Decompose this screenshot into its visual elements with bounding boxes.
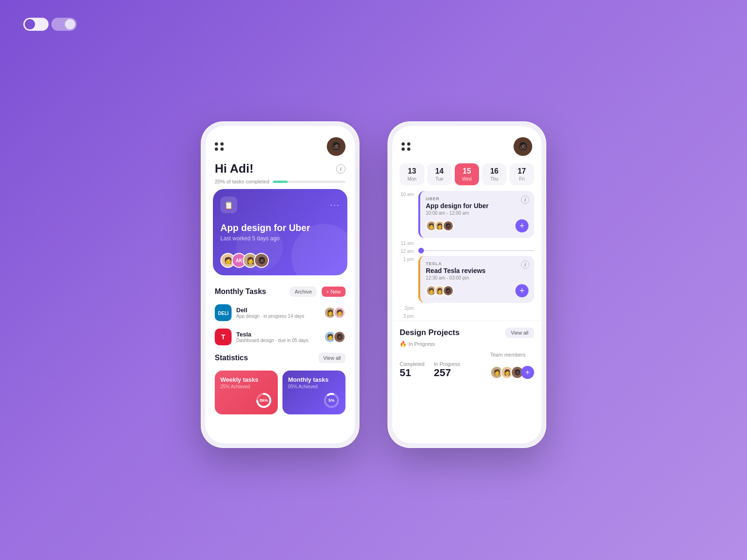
card-avatars: 🧑 AK 👩 🧔🏿 (220, 253, 340, 268)
toggle-switch[interactable] (23, 18, 77, 31)
time-row-12am: 12 am (400, 248, 534, 254)
monthly-stat-content: 5% (288, 392, 340, 409)
greeting-text: Hi Adi! (215, 161, 254, 176)
task-left-dell: DELL Dell App design · in progress 14 da… (215, 304, 304, 321)
dp-inprogress-value: 257 (434, 367, 460, 379)
avatar[interactable]: 🧔🏿 (327, 137, 345, 156)
tesla-add-button[interactable]: + (515, 284, 529, 297)
progress-label: 20% of tasks completed (215, 179, 269, 184)
dp-stats: Completed 51 In Progress 257 (400, 361, 460, 379)
calendar-day-thu[interactable]: 16 Thu (482, 163, 507, 185)
uber-info-icon[interactable]: i (521, 196, 529, 204)
task-avatar-4: 🧔🏿 (333, 331, 345, 343)
phone-left: 🧔🏿 Hi Adi! i 20% of tasks completed 📋 ··… (201, 121, 359, 448)
monthly-tasks-actions: Archive + New (290, 287, 345, 297)
task-item-dell[interactable]: DELL Dell App design · in progress 14 da… (205, 301, 355, 325)
progress-bar-fill (273, 181, 288, 183)
time-label-2pm: 2pm (400, 305, 414, 311)
featured-project-card[interactable]: 📋 ··· App design for Uber Last worked 5 … (213, 189, 347, 275)
greeting-row: Hi Adi! i (205, 160, 355, 177)
card-more-icon[interactable]: ··· (330, 200, 340, 210)
design-projects-title: Design Projects (400, 328, 460, 337)
time-label-12am: 12 am (400, 248, 414, 254)
right-menu-icon[interactable] (402, 142, 411, 151)
design-projects-header: Design Projects View all (400, 328, 534, 338)
dp-inprogress-stat: In Progress 257 (434, 361, 460, 379)
uber-add-button[interactable]: + (515, 219, 529, 232)
timeline-dot (418, 248, 424, 253)
dp-members-label: Team members (490, 352, 526, 357)
design-projects-view-all-button[interactable]: View all (505, 328, 534, 338)
card-top-row: 📋 ··· (220, 196, 340, 213)
card-project-icon: 📋 (220, 196, 237, 213)
cal-label-thu: Thu (490, 176, 498, 182)
dp-completed-stat: Completed 51 (400, 361, 424, 379)
archive-button[interactable]: Archive (290, 287, 317, 297)
task-left-tesla: T Tesla Dashboard design · due in 05 day… (215, 329, 309, 345)
cal-label-wed: Wed (462, 176, 472, 182)
timeline: 10 am i UBER App design for Uber 10:00 a… (392, 191, 542, 319)
progress-bar-bg (273, 181, 345, 183)
tesla-event-bottom: 🧑 👩 🧔🏿 + (426, 284, 529, 297)
task-desc-tesla: Dashboard design · due in 05 days (236, 338, 309, 343)
right-avatar[interactable]: 🧔🏿 (514, 137, 532, 156)
task-avatars-dell: 👩 🧑 (324, 307, 345, 319)
svg-text:DELL: DELL (218, 311, 228, 316)
left-header: 🧔🏿 (205, 126, 355, 160)
dp-inprogress-label: In Progress (434, 361, 460, 367)
cal-num-wed: 15 (463, 167, 471, 175)
phone-left-inner: 🧔🏿 Hi Adi! i 20% of tasks completed 📋 ··… (205, 126, 355, 443)
dp-stats-row: Completed 51 In Progress 257 Team member… (400, 352, 534, 379)
cal-num-thu: 16 (490, 167, 499, 175)
task-name-dell: Dell (236, 307, 304, 314)
weekly-tasks-title: Weekly tasks (220, 376, 272, 383)
dp-add-member-button[interactable]: + (521, 366, 534, 379)
phone-right-inner: 🧔🏿 13 Mon 14 Tue 15 Wed 16 Thu (392, 126, 542, 443)
calendar-day-mon[interactable]: 13 Mon (400, 163, 424, 185)
monthly-tasks-card: Monthly tasks 05% Achieved 5% (282, 371, 345, 414)
time-row-2pm: 2pm (400, 305, 534, 311)
tesla-event-title: Read Tesla reviews (426, 267, 529, 274)
time-label-10am: 10 am (400, 191, 414, 197)
right-header: 🧔🏿 (392, 126, 542, 160)
calendar-day-tue[interactable]: 14 Tue (427, 163, 452, 185)
task-name-tesla: Tesla (236, 331, 309, 338)
dp-completed-label: Completed (400, 361, 424, 367)
calendar-day-fri[interactable]: 17 Fri (509, 163, 534, 185)
toggle-on[interactable] (23, 18, 49, 31)
statistics-view-all-button[interactable]: View all (318, 353, 345, 363)
new-task-button[interactable]: + New (322, 287, 346, 297)
cal-label-tue: Tue (436, 176, 444, 182)
uber-event-title: App design for Uber (426, 202, 529, 210)
weekly-tasks-card: Weekly tasks 25% Achieved 86% (215, 371, 278, 414)
toggle-off[interactable] (51, 18, 77, 31)
card-title: App design for Uber (220, 223, 340, 233)
cal-num-tue: 14 (435, 167, 444, 175)
toggle-knob-off (65, 19, 75, 29)
tesla-logo: T (215, 329, 232, 345)
menu-icon[interactable] (215, 142, 224, 151)
task-avatars-tesla: 🧑 🧔🏿 (324, 331, 345, 343)
card-subtitle: Last worked 5 days ago (220, 235, 340, 242)
tesla-event-card[interactable]: i TESLA Read Tesla reviews 12:30 am - 03… (418, 256, 534, 303)
design-projects-badge: 🔥 In Progress (400, 341, 435, 347)
monthly-tasks-title: Monthly tasks (288, 376, 340, 383)
tesla-info-icon[interactable]: i (521, 260, 529, 269)
task-info-dell: Dell App design · in progress 14 days (236, 307, 304, 319)
timeline-line (424, 250, 534, 251)
calendar-row: 13 Mon 14 Tue 15 Wed 16 Thu 17 Fri (392, 160, 542, 191)
tesla-company: TESLA (426, 261, 529, 266)
info-icon[interactable]: i (336, 164, 345, 174)
time-label-3pm: 3 pm (400, 313, 414, 319)
time-row-11am: 11 am (400, 240, 534, 246)
uber-event-card[interactable]: i UBER App design for Uber 10:00 am - 12… (418, 191, 534, 238)
time-row-3pm: 3 pm (400, 313, 534, 319)
time-label-1pm: 1 pm (400, 256, 414, 262)
task-item-tesla[interactable]: T Tesla Dashboard design · due in 05 day… (205, 325, 355, 349)
calendar-day-wed-active[interactable]: 15 Wed (455, 163, 479, 185)
cal-num-fri: 17 (518, 167, 526, 175)
tesla-event-time: 12:30 am - 03:00 pm (426, 275, 529, 280)
dp-badge-text: In Progress (409, 341, 435, 347)
tesla-avatar-3: 🧔🏿 (443, 285, 454, 296)
cal-label-fri: Fri (519, 176, 525, 182)
